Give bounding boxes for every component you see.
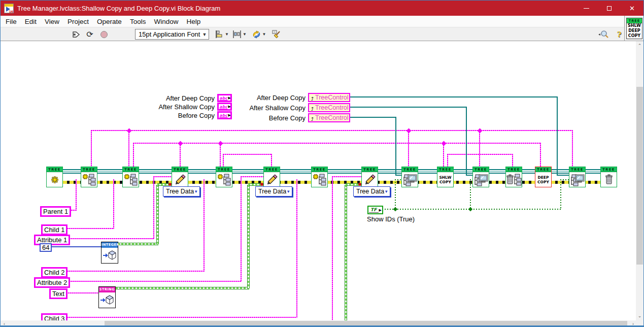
tree-node-delete-branch[interactable]: TREE <box>505 167 522 187</box>
block-diagram-canvas[interactable]: Parent 1 Child 1 Attribute 1 64 Child 2 … <box>1 41 637 320</box>
chevron-down-icon: ▼ <box>243 32 247 37</box>
chevron-down-icon: ▼ <box>225 32 229 37</box>
string-indicator-label: After Shallow Copy <box>119 103 215 111</box>
node-banner: TREE <box>437 167 453 172</box>
clean-up-diagram-button[interactable] <box>271 29 283 40</box>
string-wire <box>76 179 77 210</box>
boolean-constant-show-ids[interactable]: TF ▶ <box>367 206 383 214</box>
vertical-scrollbar[interactable]: ⌃ ⌄ <box>636 41 643 320</box>
close-icon: ✕ <box>629 5 635 12</box>
menu-item-help[interactable]: Help <box>182 16 205 27</box>
tree-node-create-tree[interactable]: TREE <box>46 167 63 187</box>
distribute-objects-button[interactable]: ▼ <box>232 29 247 40</box>
to-variant-string-node[interactable]: STRING <box>98 286 116 308</box>
variant-wire <box>247 185 250 288</box>
string-constant-text[interactable]: Text <box>49 288 67 299</box>
minimize-button[interactable] <box>575 1 598 16</box>
vi-icon: TREE SHLW DEEP COPY <box>626 18 642 39</box>
menu-item-tools[interactable]: Tools <box>126 16 150 27</box>
scroll-left-icon[interactable]: ‹ <box>1 320 8 327</box>
node-banner: TREE <box>172 167 188 172</box>
refnum-arrow-icon: ↪ <box>310 94 315 101</box>
maximize-button[interactable] <box>598 1 621 16</box>
tree-node-create-child[interactable]: TREE <box>81 167 97 187</box>
horizontal-scroll-thumb[interactable] <box>105 321 627 327</box>
search-button[interactable] <box>596 29 611 40</box>
help-button[interactable]: ? <box>614 29 624 40</box>
tree-node-write-attribute[interactable]: TREE <box>172 167 188 187</box>
scroll-up-icon[interactable]: ⌃ <box>636 42 643 49</box>
refnum-type: TreeControl <box>315 94 349 101</box>
tree-node-delete-tree[interactable]: TREE <box>600 167 617 187</box>
close-button[interactable]: ✕ <box>621 1 643 16</box>
ref-indicator-label: After Shallow Copy <box>210 104 306 112</box>
string-constant-parent1[interactable]: Parent 1 <box>40 206 71 217</box>
menu-item-edit[interactable]: Edit <box>21 16 41 27</box>
string-wire <box>91 130 92 167</box>
enum-constant-tree-data[interactable]: Tree Data▼ <box>353 186 390 197</box>
refnum-type: TreeControl <box>315 114 349 121</box>
string-constant-child2[interactable]: Child 2 <box>41 267 67 278</box>
refnum-wire <box>350 107 466 108</box>
boolean-wire <box>470 179 471 209</box>
tree-control-refnum[interactable]: ↪TreeControl <box>308 103 350 112</box>
string-wire <box>65 238 154 239</box>
refnum-type: TreeControl <box>315 104 349 111</box>
string-constant-child1[interactable]: Child 1 <box>41 224 67 235</box>
node-banner: TREE <box>569 167 585 172</box>
scroll-down-icon[interactable]: ⌄ <box>636 312 643 319</box>
refnum-wire <box>350 96 557 97</box>
string-wire <box>271 154 272 167</box>
reorder-objects-button[interactable]: ▼ <box>251 29 267 40</box>
string-wire <box>241 176 242 281</box>
string-wire <box>65 271 205 272</box>
run-button[interactable] <box>71 29 81 40</box>
tree-control-refnum[interactable]: ↪TreeControl <box>308 93 350 102</box>
horizontal-scrollbar[interactable]: ‹ › <box>1 320 637 327</box>
abort-button[interactable] <box>99 29 109 40</box>
tree-node-text-shlw-copy[interactable]: TREESHLWCOPY <box>437 167 454 187</box>
menu-item-view[interactable]: View <box>41 16 63 27</box>
numeric-constant-64[interactable]: 64 <box>40 243 52 252</box>
chevron-down-icon: ▼ <box>286 189 292 194</box>
tree-node-create-child[interactable]: TREE <box>311 167 328 187</box>
enum-constant-tree-data[interactable]: Tree Data▼ <box>255 186 292 197</box>
menu-item-window[interactable]: Window <box>150 16 182 27</box>
font-selector[interactable]: 15pt Application Font ▼ <box>135 29 209 40</box>
tree-node-display-tree[interactable]: TREE <box>569 167 586 187</box>
variant-wire <box>156 185 159 244</box>
menu-item-operate[interactable]: Operate <box>93 16 126 27</box>
tree-node-write-attribute[interactable]: TREE <box>263 167 280 187</box>
node-text-body: DEEPCOPY <box>535 172 551 187</box>
string-wire <box>133 143 134 167</box>
enum-constant-tree-data[interactable]: Tree Data▼ <box>163 186 200 197</box>
string-wire <box>447 154 513 155</box>
string-wire <box>220 143 221 167</box>
node-text: DEEP <box>538 175 549 180</box>
vertical-scroll-thumb[interactable] <box>636 87 643 265</box>
tree-node-write-attribute[interactable]: TREE <box>361 167 378 187</box>
tree-node-create-child[interactable]: TREE <box>122 167 139 187</box>
vi-icon-panel[interactable]: TREE SHLW DEEP COPY <box>624 16 643 41</box>
tree-node-display-tree[interactable]: TREE <box>472 167 489 187</box>
menu-item-project[interactable]: Project <box>63 16 93 27</box>
tree-control-refnum[interactable]: ↪TreeControl <box>308 113 350 122</box>
chevron-down-icon: ▼ <box>262 32 266 37</box>
string-wire <box>223 154 224 167</box>
run-continuous-button[interactable]: ⟳ <box>84 29 95 40</box>
labview-app-icon: 16 <box>4 4 14 13</box>
coercion-dot <box>168 183 172 186</box>
tree-node-create-child[interactable]: TREE <box>216 167 232 187</box>
to-variant-integer-node[interactable]: INTEGER <box>101 242 118 264</box>
string-wire <box>65 317 297 318</box>
string-constant-child3[interactable]: Child 3 <box>41 313 67 320</box>
node-text: COPY <box>537 180 549 184</box>
menu-item-file[interactable]: File <box>2 16 21 27</box>
tree-node-text-deep-copy[interactable]: TREEDEEPCOPY <box>535 167 552 187</box>
to-variant-icon <box>99 293 115 307</box>
align-objects-button[interactable]: ▼ <box>214 29 229 40</box>
align-objects-icon <box>215 30 224 39</box>
string-constant-attr2[interactable]: Attribute 2 <box>34 277 70 288</box>
window-title: Tree Manager.lvclass:Shallow Copy and De… <box>17 5 220 12</box>
tree-node-display-tree[interactable]: TREE <box>401 167 418 187</box>
